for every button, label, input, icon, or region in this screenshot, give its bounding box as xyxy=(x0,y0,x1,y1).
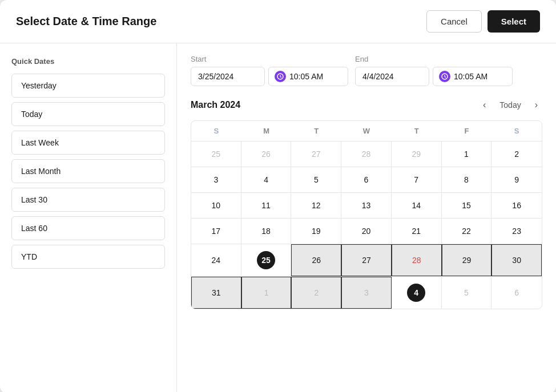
modal-body: Quick Dates YesterdayTodayLast WeekLast … xyxy=(0,43,556,392)
start-group: Start 10:05 AM xyxy=(191,55,348,86)
date-range-inputs: Start 10:05 AM xyxy=(191,55,542,86)
start-label: Start xyxy=(191,55,348,63)
end-time-wrap[interactable]: 10:05 AM xyxy=(433,67,513,86)
calendar-row: 24252627282930 xyxy=(191,244,542,277)
header-buttons: Cancel Select xyxy=(426,10,540,33)
calendar-day-header: S xyxy=(191,121,241,141)
modal-title: Select Date & Time Range xyxy=(16,15,156,28)
calendar-day-header: M xyxy=(241,121,292,141)
calendar-cell[interactable]: 13 xyxy=(341,193,392,218)
calendar-day-header: F xyxy=(442,121,492,141)
end-label: End xyxy=(355,55,513,63)
range-end-circle: 4 xyxy=(407,284,425,302)
calendar-cell[interactable]: 24 xyxy=(191,244,241,276)
calendar-cell[interactable]: 22 xyxy=(442,219,492,244)
calendar-cell[interactable]: 28 xyxy=(341,142,392,167)
calendar-cell[interactable]: 26 xyxy=(241,142,292,167)
calendar-cell[interactable]: 3 xyxy=(191,167,241,192)
date-time-range-modal: Select Date & Time Range Cancel Select Q… xyxy=(0,0,556,392)
calendar-cell[interactable]: 7 xyxy=(392,167,442,192)
range-start-circle: 25 xyxy=(257,251,275,269)
quick-date-item[interactable]: Last 30 xyxy=(11,188,165,212)
calendar-cell[interactable]: 5 xyxy=(442,277,492,309)
quick-date-item[interactable]: Yesterday xyxy=(11,74,165,98)
calendar-cell[interactable]: 29 xyxy=(442,244,492,276)
calendar-cell[interactable]: 9 xyxy=(491,167,542,192)
calendar-cell[interactable]: 8 xyxy=(442,167,492,192)
end-time-icon xyxy=(439,71,450,82)
calendar-cell[interactable]: 4 xyxy=(241,167,292,192)
calendar-cell[interactable]: 1 xyxy=(442,142,492,167)
calendar-cell[interactable]: 30 xyxy=(491,244,542,276)
calendar-nav: March 2024 ‹ Today › xyxy=(191,98,542,112)
calendar-cell[interactable]: 12 xyxy=(291,193,341,218)
select-button[interactable]: Select xyxy=(487,10,540,33)
calendar-day-header: T xyxy=(392,121,442,141)
calendar-cell[interactable]: 23 xyxy=(491,219,542,244)
end-group: End 10:05 AM xyxy=(355,55,513,86)
calendar-cell[interactable]: 4 xyxy=(392,277,442,309)
calendar-cell[interactable]: 25 xyxy=(191,142,241,167)
calendar-day-header: W xyxy=(341,121,392,141)
calendar-row: 31123456 xyxy=(191,277,542,309)
start-input-row: 10:05 AM xyxy=(191,67,348,86)
calendar-row: 10111213141516 xyxy=(191,193,542,219)
quick-date-item[interactable]: Last Week xyxy=(11,131,165,155)
calendar-cell[interactable]: 1 xyxy=(241,277,292,309)
calendar-cell[interactable]: 6 xyxy=(341,167,392,192)
quick-date-item[interactable]: Last Month xyxy=(11,159,165,183)
calendar-cell[interactable]: 27 xyxy=(341,244,392,276)
calendar-cell[interactable]: 26 xyxy=(291,244,341,276)
end-time-text: 10:05 AM xyxy=(454,72,487,81)
start-time-icon xyxy=(275,71,286,82)
calendar-cell[interactable]: 31 xyxy=(191,277,241,309)
calendar-section: Start 10:05 AM xyxy=(177,43,556,392)
quick-dates-list: YesterdayTodayLast WeekLast MonthLast 30… xyxy=(11,74,165,269)
calendar-cell[interactable]: 10 xyxy=(191,193,241,218)
start-time-text: 10:05 AM xyxy=(289,72,323,81)
calendar-cell[interactable]: 29 xyxy=(392,142,442,167)
cancel-button[interactable]: Cancel xyxy=(426,10,482,33)
calendar-row: 252627282912 xyxy=(191,142,542,167)
nav-controls: ‹ Today › xyxy=(478,98,542,112)
calendar-cell[interactable]: 2 xyxy=(491,142,542,167)
prev-month-button[interactable]: ‹ xyxy=(478,98,490,112)
start-date-input[interactable] xyxy=(191,67,265,86)
quick-date-item[interactable]: YTD xyxy=(11,245,165,269)
quick-date-item[interactable]: Today xyxy=(11,102,165,126)
calendar-header-row: SMTWTFS xyxy=(191,121,542,142)
calendar-cell[interactable]: 25 xyxy=(241,244,292,276)
calendar-cell[interactable]: 15 xyxy=(442,193,492,218)
calendar-cell[interactable]: 27 xyxy=(291,142,341,167)
calendar-grid: SMTWTFS 25262728291234567891011121314151… xyxy=(191,120,542,309)
calendar-cell[interactable]: 16 xyxy=(491,193,542,218)
calendar-day-header: T xyxy=(291,121,341,141)
calendar-cell[interactable]: 6 xyxy=(491,277,542,309)
calendar-cell[interactable]: 5 xyxy=(291,167,341,192)
calendar-row: 3456789 xyxy=(191,167,542,193)
end-input-row: 10:05 AM xyxy=(355,67,513,86)
calendar-cell[interactable]: 11 xyxy=(241,193,292,218)
sidebar-title: Quick Dates xyxy=(11,57,165,66)
next-month-button[interactable]: › xyxy=(530,98,542,112)
calendar-row: 17181920212223 xyxy=(191,219,542,244)
sidebar: Quick Dates YesterdayTodayLast WeekLast … xyxy=(0,43,177,392)
calendar-cell[interactable]: 18 xyxy=(241,219,292,244)
calendar-cell[interactable]: 21 xyxy=(392,219,442,244)
start-time-wrap[interactable]: 10:05 AM xyxy=(268,67,348,86)
calendar-cell[interactable]: 19 xyxy=(291,219,341,244)
calendar-cell[interactable]: 3 xyxy=(341,277,392,309)
calendar-body: 2526272829123456789101112131415161718192… xyxy=(191,142,542,309)
today-button[interactable]: Today xyxy=(495,98,525,112)
calendar-month-title: March 2024 xyxy=(191,100,240,110)
calendar-cell[interactable]: 20 xyxy=(341,219,392,244)
calendar-cell[interactable]: 17 xyxy=(191,219,241,244)
calendar-cell[interactable]: 28 xyxy=(392,244,442,276)
calendar-day-header: S xyxy=(491,121,542,141)
quick-date-item[interactable]: Last 60 xyxy=(11,216,165,240)
calendar-cell[interactable]: 2 xyxy=(291,277,341,309)
calendar-cell[interactable]: 14 xyxy=(392,193,442,218)
end-date-input[interactable] xyxy=(355,67,429,86)
modal-header: Select Date & Time Range Cancel Select xyxy=(0,0,556,43)
